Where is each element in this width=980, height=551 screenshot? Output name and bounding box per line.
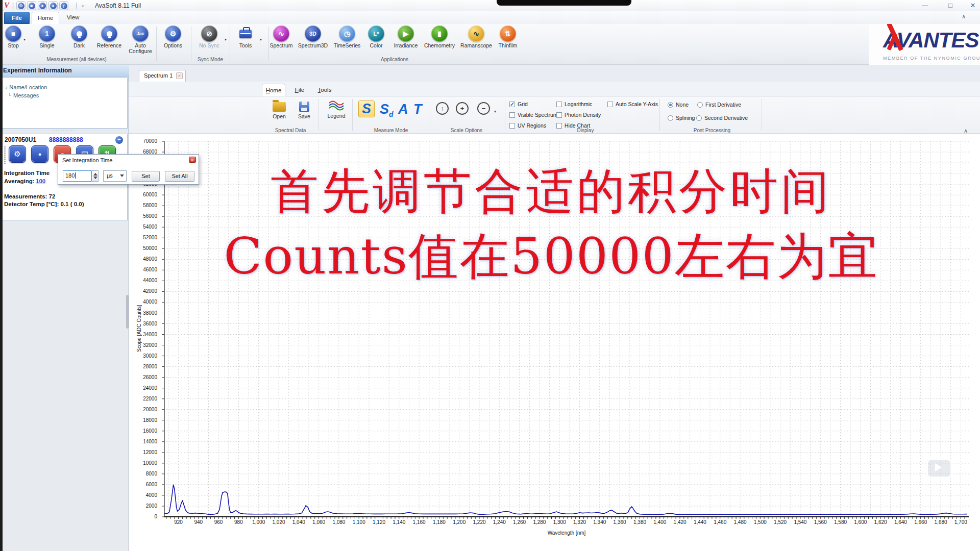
auto-scale-y-checkbox[interactable]: Auto Scale Y-Axis [607,101,658,107]
reference-button[interactable]: Reference [95,26,124,57]
qat-autoconfig-button[interactable]: ƒ [59,1,68,10]
y-tick-label: 52000 [127,235,157,240]
qat-stop-button[interactable]: ■ [27,1,36,10]
text-caret [75,172,76,179]
scale-zoom-icon[interactable]: − [477,102,490,115]
no-sync-dropdown-icon[interactable]: ▾ [225,37,227,42]
dialog-close-icon[interactable]: ✕ [189,157,196,163]
tab-view[interactable]: View [61,12,85,24]
photon-density-checkbox[interactable]: Photon Density [556,112,601,118]
measure-mode-scope-dark[interactable]: Sd [380,102,394,118]
sidebar: Experiment Information ›Name/Location └M… [0,65,129,551]
y-tick-label: 54000 [127,224,157,230]
inner-tab-tools[interactable]: Tools [313,84,336,96]
y-tick-label: 42000 [127,288,157,294]
averaging-value-link[interactable]: 100 [36,178,45,184]
save-button[interactable]: Save [293,99,315,119]
post-processing-none-radio[interactable]: None [668,102,689,108]
second-derivative-radio[interactable]: Second Derivative [696,115,748,121]
y-tick-label: 24000 [127,385,157,391]
set-all-button[interactable]: Set All [165,171,194,182]
checkbox-icon [556,102,562,107]
drag-handle[interactable] [4,146,6,165]
x-tick-label: 1,700 [946,519,975,525]
unit-dropdown[interactable]: µs [103,170,127,182]
spin-up-icon[interactable] [93,173,97,176]
scale-dropdown-icon[interactable]: ▾ [494,109,496,114]
timeseries-button[interactable]: ◷ TimeSeries [331,26,363,57]
auto-configure-button[interactable]: Jac Auto Configure [126,26,155,57]
visible-spectrum-checkbox[interactable]: Visible Spectrum [509,112,558,118]
y-tick-label: 26000 [127,374,157,380]
stop-button[interactable]: ■ Stop [1,26,26,57]
chemometry-button[interactable]: ▮ Chemometry [421,26,458,57]
quick-access-toolbar: ⚙ ■ ● ● ƒ [16,1,68,10]
integration-time-input[interactable]: 180 [63,170,91,182]
single-button[interactable]: 1 Single [34,26,60,57]
y-tick-label: 6000 [127,482,157,487]
tab-close-icon[interactable]: ✕ [176,72,183,79]
averaging-label: Averaging: [4,178,35,184]
logarithmic-checkbox[interactable]: Logarithmic [556,101,592,107]
grid-checkbox[interactable]: Grid [509,101,528,107]
group-label-measurement: Measurement (all devices) [0,57,153,62]
inner-tab-home[interactable]: Home [262,84,285,96]
spectrum-button[interactable]: ∿ Spectrum [267,26,296,57]
main-tab-row: File Home View ∧ [0,11,980,24]
no-sync-button[interactable]: ⊘ No Sync [196,26,223,57]
device-lamp-button[interactable]: ● [31,145,48,163]
y-tick-label: 12000 [127,449,157,455]
tab-file[interactable]: File [4,12,30,24]
scale-default-icon[interactable]: ↑ [436,102,449,115]
open-button[interactable]: Open [266,99,292,119]
video-play-watermark[interactable] [925,451,954,481]
first-derivative-radio[interactable]: First Derivative [697,102,741,108]
ramanscope-button[interactable]: ∿ Ramanscope [457,26,496,57]
tree-item-messages[interactable]: └Messages [8,92,39,98]
y-tick-label: 46000 [127,267,157,272]
tools-icon [239,30,252,38]
auto-configure-icon: ƒ [61,3,67,9]
qat-customize-icon[interactable]: ⌄ [81,2,85,8]
qat-dark-button[interactable]: ● [38,1,47,10]
qat-reference-button[interactable]: ● [48,1,58,10]
collapse-button[interactable]: − [115,136,123,144]
spectrum3d-button[interactable]: 3D Spectrum3D [295,26,331,57]
legend-button[interactable]: Legend [324,99,349,119]
spin-down-icon[interactable] [93,177,97,179]
radio-icon [696,115,702,121]
options-button[interactable]: ⚙ Options [161,26,185,57]
inner-tab-file[interactable]: File [289,84,310,96]
measure-mode-absorbance[interactable]: A [398,102,408,117]
splitter-handle[interactable]: ········· [0,129,129,134]
restore-button[interactable]: □ [944,1,957,10]
tools-button[interactable]: Tools [233,26,258,57]
irradiance-button[interactable]: ▶ Irradiance [390,26,421,57]
close-button[interactable]: ✕ [967,1,979,10]
tab-home[interactable]: Home [32,12,59,24]
minimize-button[interactable]: — [919,1,931,10]
y-tick-label: 8000 [127,471,157,477]
set-integration-time-dialog[interactable]: Set Integration Time ✕ 180 µs Set Set Al… [58,154,199,185]
ramanscope-icon: ∿ [468,26,484,42]
y-tick-label: 16000 [127,428,157,434]
dark-button[interactable]: Dark [66,26,92,57]
scale-full-icon[interactable]: + [456,102,469,115]
color-button[interactable]: L* Color [365,26,387,57]
qat-wrench-button[interactable]: ⚙ [16,1,26,10]
spectrum-document-tab[interactable]: Spectrum 1 ✕ [139,70,186,82]
tree-item-name-location[interactable]: ›Name/Location [6,84,47,90]
integration-time-stepper[interactable] [91,170,99,182]
sidebar-scrollbar-thumb[interactable] [126,295,129,329]
measure-mode-scope[interactable]: S [358,101,375,117]
splining-radio[interactable]: Splining [668,115,695,121]
measure-mode-transmittance[interactable]: T [413,102,422,117]
separator: | [12,2,14,9]
tools-dropdown-icon[interactable]: ▾ [260,37,262,42]
set-button[interactable]: Set [132,171,160,182]
thinfilm-button[interactable]: ⇅ Thinfilm [494,26,522,57]
device-settings-button[interactable]: ⚙ [9,145,26,163]
chevron-up-icon[interactable]: ∧ [962,13,966,20]
expand-icon: › [6,85,7,90]
stop-dropdown-icon[interactable]: ▾ [23,37,26,42]
